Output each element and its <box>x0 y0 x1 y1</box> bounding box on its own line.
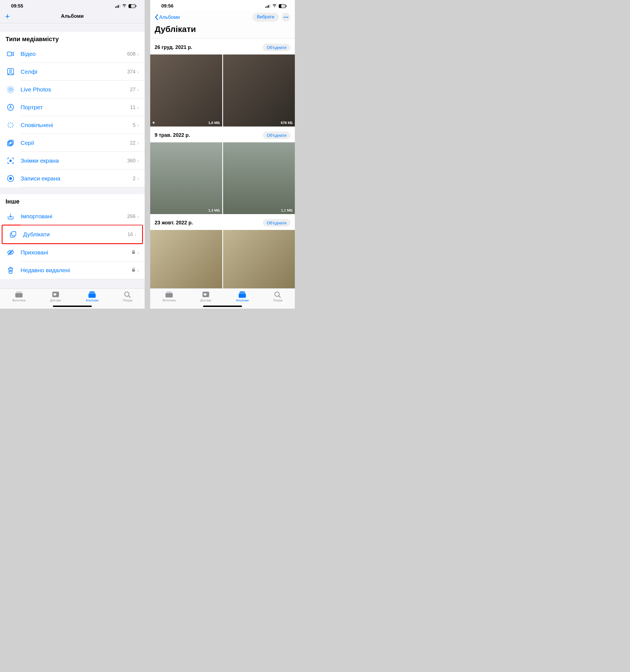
svg-line-33 <box>129 296 131 298</box>
row-slomo[interactable]: Сповільнені 5 › <box>0 116 145 134</box>
tab-albums[interactable]: Альбоми <box>236 291 249 302</box>
duplicate-group: 26 груд. 2021 р. Об'єднати ♥ 1,6 МБ 678 … <box>150 39 295 126</box>
phone-albums-list: 09:55 36 + Альбоми Типи медіавмісту Віде… <box>0 0 145 309</box>
svg-point-34 <box>284 17 285 18</box>
highlight-duplicates: Дублікати 16 › <box>2 225 143 244</box>
row-recently-deleted[interactable]: Недавно видалені › <box>0 261 145 279</box>
photo-thumbnail[interactable]: 1,1 МБ <box>223 142 295 214</box>
lock-icon <box>132 267 136 273</box>
row-live-photos[interactable]: Live Photos 27 › <box>0 81 145 98</box>
photo-thumbnail[interactable]: 678 КБ <box>223 54 295 126</box>
screenshot-icon <box>5 156 16 166</box>
chevron-right-icon: › <box>137 267 139 273</box>
svg-rect-31 <box>89 294 96 298</box>
lock-icon <box>132 250 136 255</box>
chevron-right-icon: › <box>137 69 139 75</box>
svg-line-44 <box>279 296 281 298</box>
svg-rect-27 <box>15 293 23 297</box>
home-indicator[interactable] <box>53 306 92 307</box>
section-header-media: Типи медіавмісту <box>0 32 145 45</box>
chevron-left-icon <box>155 14 159 20</box>
row-bursts[interactable]: Серії 22 › <box>0 134 145 152</box>
status-indicators: 36 <box>265 4 286 8</box>
section-media-types: Типи медіавмісту Відео 608 › Селфі 374 ›… <box>0 32 145 187</box>
section-other: Інше Імпортовані 266 › Дублікати 16 › Пр… <box>0 194 145 279</box>
add-album-button[interactable]: + <box>5 12 10 21</box>
group-date: 23 жовт. 2022 р. <box>155 220 193 226</box>
row-videos[interactable]: Відео 608 › <box>0 45 145 63</box>
tab-albums[interactable]: Альбоми <box>86 291 99 302</box>
select-button[interactable]: Вибрати <box>253 13 279 22</box>
trash-icon <box>5 265 16 275</box>
row-screen-recordings[interactable]: Записи екрана 2 › <box>0 170 145 187</box>
row-hidden[interactable]: Приховані › <box>0 244 145 261</box>
screen-recording-icon <box>5 173 16 184</box>
burst-icon <box>5 138 16 148</box>
selfie-icon <box>5 67 16 77</box>
svg-point-4 <box>8 87 13 92</box>
merge-button[interactable]: Об'єднати <box>263 131 290 139</box>
tab-search[interactable]: Пошук <box>274 291 283 302</box>
cellular-icon <box>265 4 270 8</box>
battery-indicator: 36 <box>129 4 136 8</box>
photo-thumbnail[interactable]: 1,3 МБ <box>150 142 222 214</box>
battery-indicator: 36 <box>279 4 286 8</box>
tab-for-you[interactable]: Для вас <box>50 291 61 302</box>
row-selfies[interactable]: Селфі 374 › <box>0 63 145 81</box>
cellular-icon <box>115 4 120 8</box>
row-screenshots[interactable]: Знімки екрана 360 › <box>0 152 145 170</box>
chevron-right-icon: › <box>137 51 139 57</box>
svg-line-12 <box>8 126 9 127</box>
tab-library[interactable]: Фототека <box>162 291 176 302</box>
page-title: Дублікати <box>155 23 290 35</box>
home-indicator[interactable] <box>203 306 242 307</box>
row-duplicates[interactable]: Дублікати 16 › <box>2 225 142 243</box>
more-button[interactable] <box>281 13 290 22</box>
video-icon <box>5 49 16 59</box>
svg-line-10 <box>12 126 13 127</box>
svg-rect-24 <box>132 251 135 254</box>
phone-duplicates-view: 09:56 36 Альбоми Вибрати Д <box>150 0 295 309</box>
svg-rect-40 <box>240 291 245 292</box>
chevron-right-icon: › <box>137 158 139 164</box>
row-imported[interactable]: Імпортовані 266 › <box>0 208 145 225</box>
chevron-right-icon: › <box>137 122 139 128</box>
tab-search[interactable]: Пошук <box>123 291 133 302</box>
slomo-icon <box>5 120 16 130</box>
header: Альбоми Вибрати Дублікати <box>150 10 295 39</box>
status-bar: 09:55 36 <box>0 0 145 10</box>
live-photos-icon <box>5 85 16 95</box>
svg-rect-0 <box>7 52 12 56</box>
photo-thumbnail[interactable]: ♥ 1,6 МБ <box>150 54 222 126</box>
duplicates-icon <box>8 230 18 239</box>
status-time: 09:56 <box>161 3 173 9</box>
duplicate-group: 9 трав. 2022 р. Об'єднати 1,3 МБ 1,1 МБ <box>150 126 295 214</box>
back-button[interactable]: Альбоми <box>155 14 180 20</box>
group-date: 9 трав. 2022 р. <box>155 133 190 138</box>
nav-bar: + Альбоми <box>0 10 145 23</box>
svg-point-18 <box>9 160 12 162</box>
chevron-right-icon: › <box>137 140 139 146</box>
chevron-right-icon: › <box>137 249 139 256</box>
svg-point-32 <box>124 292 129 296</box>
row-portrait[interactable]: Портрет 11 › <box>0 98 145 116</box>
chevron-right-icon: › <box>137 213 139 220</box>
svg-rect-21 <box>12 232 16 236</box>
group-date: 26 груд. 2021 р. <box>155 45 192 50</box>
svg-point-35 <box>285 17 286 18</box>
svg-rect-42 <box>239 294 246 298</box>
svg-point-43 <box>275 292 279 296</box>
merge-button[interactable]: Об'єднати <box>263 44 290 51</box>
svg-point-20 <box>9 177 12 180</box>
chevron-right-icon: › <box>137 87 139 93</box>
tab-for-you[interactable]: Для вас <box>200 291 211 302</box>
portrait-icon <box>5 102 16 112</box>
svg-rect-38 <box>165 293 173 297</box>
svg-point-36 <box>287 17 288 18</box>
tab-library[interactable]: Фототека <box>12 291 25 302</box>
merge-button[interactable]: Об'єднати <box>263 219 290 226</box>
svg-rect-30 <box>89 292 95 293</box>
chevron-right-icon: › <box>135 231 137 238</box>
svg-line-8 <box>12 123 13 124</box>
wifi-icon <box>272 4 277 8</box>
